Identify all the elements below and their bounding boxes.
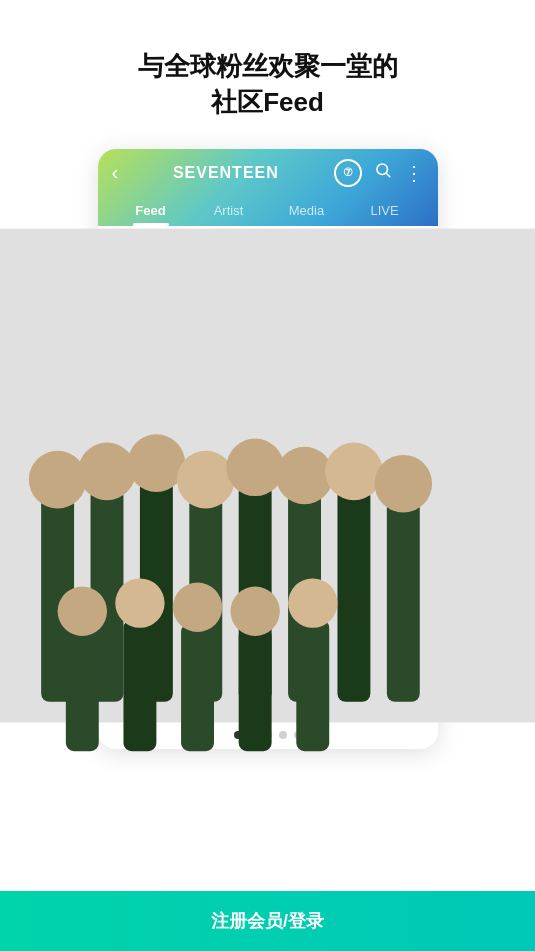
post-card-2: LUVSVT 💙 3m ago [98, 388, 438, 655]
register-button[interactable]: 注册会员/登录 [0, 891, 535, 951]
svg-rect-33 [270, 484, 272, 565]
svg-point-36 [276, 447, 334, 505]
post-image-right [270, 444, 424, 564]
app-card: ‹ SEVENTEEN ⑦ ⋮ Feed Artist Media LIVE [98, 149, 438, 750]
svg-point-38 [325, 444, 383, 500]
post-images-2 [112, 444, 424, 564]
feed-area: LUVCARAT 2m ago I Love This Album 💝 I've… [98, 226, 438, 750]
